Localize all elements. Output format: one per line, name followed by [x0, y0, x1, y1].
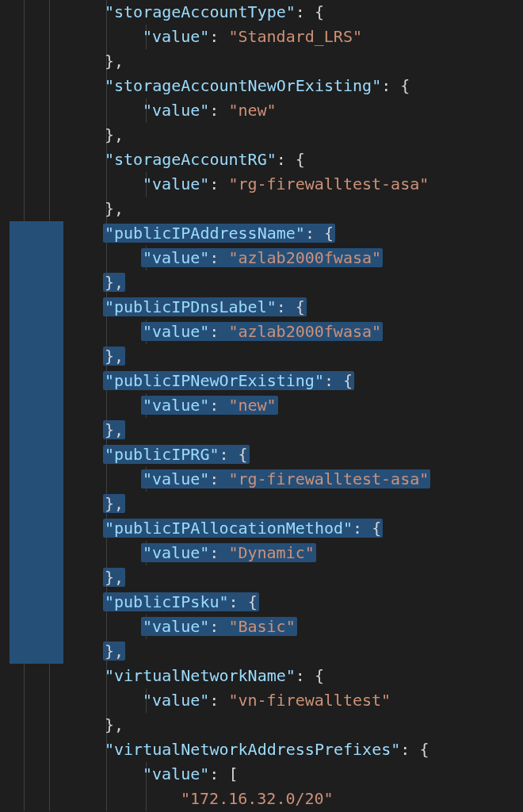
- code-line[interactable]: },: [0, 639, 523, 664]
- code-line[interactable]: "virtualNetworkAddressPrefixes": {: [0, 737, 523, 762]
- code-line[interactable]: "value": "Basic": [0, 615, 523, 639]
- code-line[interactable]: "value": "Dynamic": [0, 541, 523, 565]
- code-line[interactable]: "publicIPDnsLabel": {: [0, 295, 523, 320]
- code-line[interactable]: "publicIPRG": {: [0, 442, 523, 467]
- code-line[interactable]: "value": "new": [0, 98, 523, 123]
- code-line[interactable]: },: [0, 713, 523, 737]
- code-line[interactable]: "value": "rg-firewalltest-asa": [0, 467, 523, 492]
- code-line[interactable]: "value": "vn-firewalltest": [0, 688, 523, 713]
- code-line[interactable]: },: [0, 492, 523, 516]
- code-line[interactable]: },: [0, 123, 523, 147]
- code-line[interactable]: },: [0, 565, 523, 590]
- code-line[interactable]: "virtualNetworkName": {: [0, 664, 523, 688]
- code-line[interactable]: "value": [: [0, 762, 523, 787]
- code-line[interactable]: "storageAccountRG": {: [0, 147, 523, 172]
- code-line[interactable]: "publicIPAddressName": {: [0, 221, 523, 246]
- code-line[interactable]: "publicIPAllocationMethod": {: [0, 516, 523, 541]
- code-line[interactable]: "value": "azlab2000fwasa": [0, 320, 523, 344]
- code-line[interactable]: "storageAccountType": {: [0, 0, 523, 25]
- code-line[interactable]: "value": "rg-firewalltest-asa": [0, 172, 523, 197]
- code-line[interactable]: "172.16.32.0/20": [0, 787, 523, 811]
- code-editor[interactable]: "storageAccountType": {"value": "Standar…: [0, 0, 523, 811]
- code-line[interactable]: "value": "Standard_LRS": [0, 25, 523, 49]
- code-line[interactable]: "value": "azlab2000fwasa": [0, 246, 523, 270]
- code-line[interactable]: "storageAccountNewOrExisting": {: [0, 74, 523, 98]
- code-line[interactable]: },: [0, 418, 523, 442]
- code-line[interactable]: },: [0, 270, 523, 295]
- code-line[interactable]: },: [0, 197, 523, 221]
- code-line[interactable]: "publicIPNewOrExisting": {: [0, 369, 523, 393]
- code-line[interactable]: },: [0, 344, 523, 369]
- code-line[interactable]: },: [0, 49, 523, 74]
- code-line[interactable]: "publicIPsku": {: [0, 590, 523, 615]
- code-line[interactable]: "value": "new": [0, 393, 523, 418]
